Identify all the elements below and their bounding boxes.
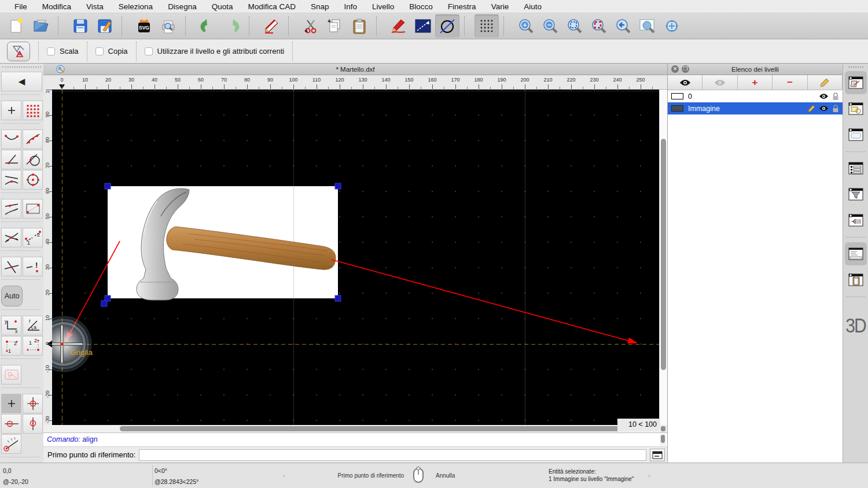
menu-item-livello[interactable]: Livello [365,2,402,11]
reference-panel-button[interactable] [845,209,867,232]
snap-grid-button[interactable] [23,101,43,120]
command-history[interactable]: Comando: align [43,432,667,446]
clipboard-panel-button[interactable] [845,268,867,291]
checkbox-box[interactable] [47,47,55,56]
undo-button[interactable] [196,14,220,38]
save-button[interactable] [68,14,93,38]
zoom-window-button[interactable] [635,14,660,38]
menu-item-modifica-cad[interactable]: Modifica CAD [240,2,303,11]
freehand-pencil-button[interactable] [387,14,411,38]
layer-row-0[interactable]: 0 [668,90,843,102]
restrict-vertical-button[interactable] [23,414,43,434]
cut-button[interactable]: + [299,14,323,38]
snap-tangent-button[interactable] [23,150,43,169]
layer-row-icons[interactable] [808,105,843,113]
zoom-auto-button[interactable] [562,14,587,38]
paste-button[interactable] [347,14,372,38]
command-line-panel-button[interactable] [845,242,867,265]
horizontal-scrollbar-thumb[interactable] [120,426,625,431]
vertical-scrollbar[interactable] [659,90,667,425]
zoom-in-button[interactable]: + [514,14,538,38]
auto-snap-button[interactable]: Auto [1,286,23,306]
command-panel-button[interactable] [650,449,665,461]
menu-item-blocco[interactable]: Blocco [402,2,440,11]
menu-item-quota[interactable]: Quota [204,2,241,11]
restrict-horizontal-button[interactable] [1,414,21,434]
dock-handle[interactable] [848,66,863,68]
use-current-layer-checkbox[interactable]: Utilizzare il livello e gli attributi co… [145,47,285,56]
snap-intersection-auto-button[interactable] [1,228,21,247]
coordinate-polar-button[interactable]: ra [23,316,43,335]
relative-point-12-button[interactable]: 12 [1,336,21,356]
snap-free-button[interactable] [1,101,21,120]
menu-item-aiuto[interactable]: Aiuto [516,2,549,11]
redo-button[interactable] [220,14,244,38]
horizontal-scrollbar[interactable]: 10 < 100 [43,425,667,432]
print-preview-button[interactable] [156,14,181,38]
remove-layer-button[interactable]: − [773,75,807,90]
snap-intersection-button[interactable] [1,257,21,276]
line-box-button[interactable] [411,14,435,38]
document-titlebar[interactable]: * Martello.dxf [43,64,667,75]
copy-button[interactable]: + [323,14,347,38]
restrict-orthogonal-button[interactable] [23,394,43,413]
close-icon[interactable]: ✕ [671,65,679,73]
menu-item-disegna[interactable]: Disegna [160,2,204,11]
pan-button[interactable] [660,14,684,38]
menu-item-modifica[interactable]: Modifica [35,2,79,11]
3d-dock-label[interactable]: 3D [845,314,865,337]
restrict-off-button[interactable] [1,394,21,413]
menu-item-finestra[interactable]: Finestra [440,2,484,11]
snap-on-entity-button[interactable] [23,130,43,149]
library-browser-panel-button[interactable] [845,123,867,146]
copia-checkbox[interactable]: Copia [95,47,128,56]
drawing-canvas[interactable]: Griglia [52,90,659,425]
snap-perpendicular-button[interactable] [1,150,21,169]
checkbox-box[interactable] [95,47,104,56]
menu-item-vista[interactable]: Vista [79,2,111,11]
block-list-panel-button[interactable] [845,97,867,120]
draw-pencil-button[interactable] [259,14,284,38]
coordinate-cartesian-button[interactable]: yx [1,316,21,335]
snap-exclude-button[interactable]: ! [23,257,43,276]
snap-intersection-manual-button[interactable]: 12 [23,228,43,247]
selection-filter-panel-button[interactable] [845,183,867,206]
relative-point-21-button[interactable]: 12 [23,336,43,356]
show-all-layers-button[interactable] [668,75,703,90]
layer-color-swatch[interactable] [671,105,683,112]
edit-layer-button[interactable] [808,75,843,90]
menu-item-info[interactable]: Info [337,2,365,11]
checkbox-box[interactable] [145,47,153,56]
hide-all-layers-button[interactable] [703,75,737,90]
layer-row-icons[interactable] [819,93,843,101]
menu-item-seleziona[interactable]: Seleziona [111,2,160,11]
property-editor-panel-button[interactable] [845,157,867,180]
add-layer-button[interactable]: + [738,75,773,90]
new-file-button[interactable] [5,14,29,38]
layer-row-immagine[interactable]: Immagine [668,102,843,114]
menu-item-snap[interactable]: Snap [303,2,337,11]
snap-nearest-button[interactable] [1,199,21,219]
snap-endpoints-button[interactable] [1,130,21,149]
menu-item-file[interactable]: File [7,2,35,11]
layer-list-panel-button[interactable] [845,71,867,94]
save-as-button[interactable] [93,14,117,38]
zoom-out-button[interactable]: − [538,14,562,38]
grid-toggle-button[interactable] [475,14,499,38]
vertical-scrollbar-thumb[interactable] [661,139,666,370]
layer-color-swatch[interactable] [671,93,683,99]
command-input[interactable] [139,449,646,461]
ellipse-tool-button[interactable] [435,14,459,38]
align-tool-button[interactable] [7,42,30,61]
open-file-button[interactable] [29,14,53,38]
snap-center-button[interactable] [23,170,43,190]
snap-reference-button[interactable] [23,199,43,219]
svg-export-button[interactable]: SVG [132,14,156,38]
scala-checkbox[interactable]: Scala [47,47,79,56]
detach-icon[interactable]: ❐ [682,65,689,73]
zoom-selection-button[interactable] [587,14,611,38]
layers-panel-header[interactable]: ✕ ❐ Elenco dei livelli [668,64,843,75]
image-snap-button[interactable] [1,365,21,385]
zoom-previous-button[interactable] [611,14,635,38]
menu-item-varie[interactable]: Varie [484,2,517,11]
